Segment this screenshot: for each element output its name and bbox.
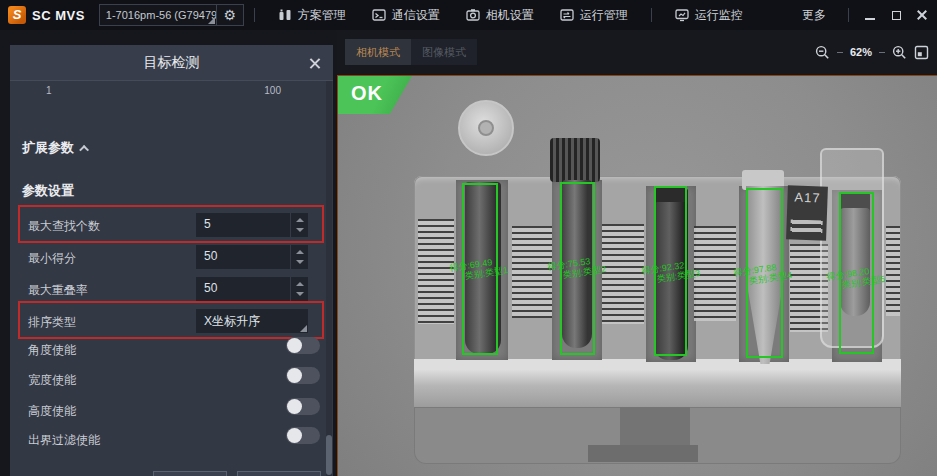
spinner-buttons[interactable] xyxy=(290,213,308,237)
close-icon xyxy=(917,10,927,20)
ribbed-cap xyxy=(550,138,600,182)
camera-image: A17 得分:69.49 类别:类型1 得分:75.53 类别:类型2 得分:9… xyxy=(338,76,937,476)
param-label: 最大查找个数 xyxy=(28,218,100,235)
min-score-spinner[interactable]: 50 xyxy=(196,245,308,269)
brand-logo: S SC MVS xyxy=(8,6,85,24)
out-of-bounds-filter-toggle[interactable] xyxy=(286,427,320,444)
menu-run-monitoring[interactable]: 运行监控 xyxy=(675,7,743,24)
flip-cap xyxy=(458,100,514,156)
toggle-knob xyxy=(287,399,302,414)
section-extended-params[interactable]: 扩展参数 xyxy=(22,139,89,157)
app-window: S SC MVS 1-7016pm-56 (G79479 ⚙ 方案管理 xyxy=(0,0,937,476)
tab-image-mode[interactable]: 图像模式 xyxy=(411,39,477,65)
separator xyxy=(879,52,885,53)
spin-up-icon[interactable] xyxy=(296,250,304,254)
slider-scale-min: 1 xyxy=(46,85,52,96)
menu-label: 方案管理 xyxy=(298,7,346,24)
maximize-button[interactable] xyxy=(885,4,907,26)
panel-title: 目标检测 xyxy=(10,54,333,72)
sort-type-dropdown[interactable]: X坐标升序 xyxy=(196,309,308,333)
section-param-settings: 参数设置 xyxy=(22,182,74,200)
zoom-controls: 62% xyxy=(815,39,929,65)
mode-tabs: 相机模式 图像模式 xyxy=(345,39,477,65)
rack-label: A17 xyxy=(786,185,828,240)
angle-enable-toggle[interactable] xyxy=(286,337,320,354)
separator xyxy=(254,8,255,22)
image-viewport[interactable]: A17 得分:69.49 类别:类型1 得分:75.53 类别:类型2 得分:9… xyxy=(337,75,937,476)
menu-label: 相机设置 xyxy=(486,7,534,24)
spin-up-icon[interactable] xyxy=(296,282,304,286)
minimize-icon xyxy=(865,18,875,20)
dropdown-corner-icon xyxy=(208,17,215,24)
more-menu[interactable]: 更多 xyxy=(802,7,826,24)
param-label: 最小得分 xyxy=(28,250,76,267)
menu-run-management[interactable]: 运行管理 xyxy=(560,7,628,24)
param-label: 最大重叠率 xyxy=(28,282,88,299)
spin-down-icon[interactable] xyxy=(296,228,304,232)
dropdown-corner-icon xyxy=(300,325,307,332)
minimize-button[interactable] xyxy=(859,4,881,26)
zoom-out-button[interactable] xyxy=(815,45,830,60)
fit-screen-button[interactable] xyxy=(914,45,929,60)
barcode xyxy=(886,226,900,316)
max-overlap-spinner[interactable]: 50 xyxy=(196,277,308,301)
cap-inner xyxy=(478,120,494,136)
menu-communication-settings[interactable]: 通信设置 xyxy=(372,7,440,24)
zoom-in-button[interactable] xyxy=(892,45,907,60)
bottom-button-partial[interactable] xyxy=(237,471,321,476)
tab-camera-mode[interactable]: 相机模式 xyxy=(345,39,411,65)
zoom-level: 62% xyxy=(850,46,872,58)
spinner-buttons[interactable] xyxy=(290,245,308,269)
spinner-buttons[interactable] xyxy=(290,277,308,301)
rack-rail xyxy=(414,359,901,407)
target-detection-panel: 目标检测 1 100 扩展参数 参数设置 最大查找个数 5 最小得分 50 xyxy=(10,45,333,476)
param-row: 出界过滤使能 xyxy=(10,427,333,451)
separator xyxy=(837,52,843,53)
width-enable-toggle[interactable] xyxy=(286,367,320,384)
param-row: 宽度使能 xyxy=(10,367,333,391)
param-label: 角度使能 xyxy=(28,342,76,359)
detection-box: 得分:98.20 类别:类型5 xyxy=(839,192,874,354)
slider-scale-max: 100 xyxy=(264,85,281,96)
param-row: 最小得分 50 xyxy=(10,245,333,269)
fit-screen-icon xyxy=(914,45,929,60)
zoom-out-icon xyxy=(815,45,830,60)
device-settings-button[interactable]: ⚙ xyxy=(216,4,244,26)
panel-scrollbar[interactable] xyxy=(326,81,332,476)
run-management-icon xyxy=(560,8,574,22)
height-enable-toggle[interactable] xyxy=(286,398,320,415)
spin-down-icon[interactable] xyxy=(296,292,304,296)
param-row: 高度使能 xyxy=(10,398,333,422)
spinner-value: 5 xyxy=(204,217,211,231)
panel-close-icon[interactable] xyxy=(307,55,323,71)
menu-label: 运行监控 xyxy=(695,7,743,24)
max-find-count-spinner[interactable]: 5 xyxy=(196,213,308,237)
detection-box: 得分:69.49 类别:类型1 xyxy=(462,183,498,355)
zoom-in-icon xyxy=(892,45,907,60)
rack-notch xyxy=(620,407,690,445)
bottom-button-partial[interactable] xyxy=(153,471,227,476)
viewer-tabbar: 相机模式 图像模式 62% xyxy=(337,30,937,75)
detection-box: 得分:97.88 类别:类型4 xyxy=(746,188,783,358)
maximize-icon xyxy=(892,11,901,20)
spin-down-icon[interactable] xyxy=(296,260,304,264)
brand-icon: S xyxy=(8,6,26,24)
scrollbar-thumb[interactable] xyxy=(326,435,332,475)
toggle-knob xyxy=(287,368,302,383)
monitor-icon xyxy=(675,8,689,22)
param-row: 最大查找个数 5 xyxy=(10,213,333,237)
param-row: 排序类型 X坐标升序 xyxy=(10,309,333,333)
device-select[interactable]: 1-7016pm-56 (G79479 xyxy=(99,4,217,26)
close-button[interactable] xyxy=(911,4,933,26)
param-label: 排序类型 xyxy=(28,314,76,331)
spin-up-icon[interactable] xyxy=(296,218,304,222)
rack-feet xyxy=(414,407,901,464)
barcode xyxy=(418,219,454,324)
spinner-value: 50 xyxy=(204,281,217,295)
menu-solution-management[interactable]: 方案管理 xyxy=(278,7,346,24)
menu-camera-settings[interactable]: 相机设置 xyxy=(466,7,534,24)
param-row: 最大重叠率 50 xyxy=(10,277,333,301)
toggle-knob xyxy=(287,428,302,443)
dropdown-value: X坐标升序 xyxy=(204,313,260,330)
rack-tab xyxy=(588,445,698,462)
